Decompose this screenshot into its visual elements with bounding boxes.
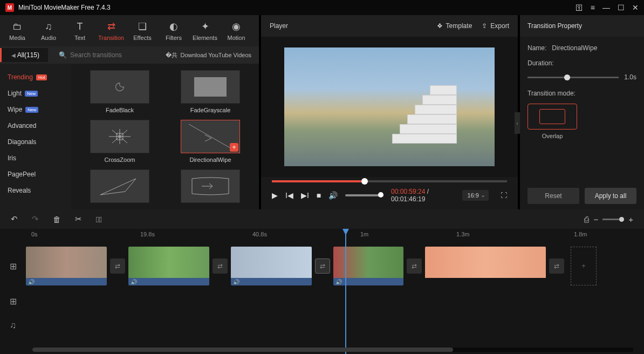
titlebar: M MiniTool MovieMaker Free 7.4.3 ⚿ ≡ — ☐…: [0, 0, 644, 15]
svg-line-8: [189, 124, 232, 149]
transition-FadeBlack[interactable]: FadeBlack: [78, 70, 162, 113]
mode-overlap-option[interactable]: [527, 104, 577, 130]
fit-timeline-button[interactable]: ⎙: [584, 215, 589, 224]
category-all[interactable]: ◀ All(115): [0, 48, 48, 62]
progress-bar[interactable]: [272, 180, 507, 182]
aspect-ratio-select[interactable]: 16:9: [462, 190, 489, 201]
prev-frame-button[interactable]: I◀: [285, 191, 293, 200]
reset-button[interactable]: Reset: [527, 188, 579, 204]
speaker-icon: 🔊: [131, 279, 137, 285]
video-track: ⊞ 🔊⇄🔊⇄🔊⇄🔊⇄⇄+: [0, 242, 644, 290]
transition-slot[interactable]: ⇄: [315, 258, 330, 274]
timeline-clip[interactable]: 🔊: [26, 247, 107, 285]
preview-area[interactable]: [261, 37, 518, 177]
name-value: DirectionalWipe: [552, 44, 597, 52]
split-button[interactable]: ✂: [75, 214, 82, 224]
tab-effects[interactable]: ❏Effects: [127, 17, 157, 44]
property-title: Transition Property: [520, 15, 644, 37]
zoom-in-button[interactable]: +: [628, 215, 633, 224]
add-transition-button[interactable]: +: [230, 143, 238, 152]
transition-FadeGrayscale[interactable]: FadeGrayscale: [168, 70, 252, 113]
transition-item-5[interactable]: [168, 169, 252, 206]
timeline: 0s19.8s40.8s1m1.3m1.8m ⊞ 🔊⇄🔊⇄🔊⇄🔊⇄⇄+ ⊞ ♫: [0, 229, 644, 354]
tab-text[interactable]: TText: [65, 17, 95, 44]
export-button[interactable]: ⇪Export: [482, 22, 509, 30]
transition-grid: FadeBlackFadeGrayscaleCrossZoom+Directio…: [71, 64, 259, 209]
collapse-property-button[interactable]: ›: [515, 112, 520, 134]
timeline-scrollbar[interactable]: [32, 348, 633, 352]
add-clip-button[interactable]: +: [571, 247, 597, 285]
tab-transition[interactable]: ⇄Transition: [96, 17, 126, 44]
download-youtube-link[interactable]: �共Download YouTube Videos: [166, 51, 259, 59]
category-trending[interactable]: TrendingHot: [0, 69, 71, 85]
category-reveals[interactable]: Reveals: [0, 182, 71, 199]
volume-slider[interactable]: [345, 194, 383, 196]
category-advanced[interactable]: Advanced: [0, 118, 71, 134]
volume-icon[interactable]: 🔊: [328, 191, 338, 200]
duration-slider[interactable]: [527, 77, 619, 78]
transition-slot[interactable]: ⇄: [213, 258, 228, 274]
zoom-slider[interactable]: [602, 219, 624, 220]
duration-label: Duration:: [527, 59, 636, 67]
tab-media[interactable]: 🗀Media: [2, 17, 32, 44]
close-button[interactable]: ✕: [632, 3, 639, 12]
player-title: Player: [270, 22, 427, 30]
transition-slot[interactable]: ⇄: [110, 258, 125, 274]
tab-elements[interactable]: ✦Elements: [190, 17, 220, 44]
transition-slot[interactable]: ⇄: [407, 258, 422, 274]
category-list: TrendingHotLightNewWipeNewAdvancedDiagon…: [0, 64, 71, 209]
speaker-icon: 🔊: [233, 279, 239, 285]
transition-CrossZoom[interactable]: CrossZoom: [78, 120, 162, 163]
stop-button[interactable]: ■: [317, 191, 321, 200]
speaker-icon: 🔊: [335, 279, 342, 285]
tab-filters[interactable]: ◐Filters: [159, 17, 189, 44]
maximize-button[interactable]: ☐: [618, 3, 625, 12]
ruler-tick: 0s: [31, 231, 38, 237]
play-button[interactable]: ▶: [272, 191, 278, 200]
timeline-clip[interactable]: 🔊: [231, 247, 312, 285]
name-label: Name:: [527, 44, 546, 52]
speaker-icon: 🔊: [28, 279, 35, 285]
ruler-tick: 1.3m: [456, 231, 469, 237]
search-input[interactable]: 🔍 Search transitions: [48, 51, 165, 59]
timeline-ruler[interactable]: 0s19.8s40.8s1m1.3m1.8m: [0, 229, 644, 242]
transition-DirectionalWipe[interactable]: +DirectionalWipe: [168, 120, 252, 163]
ruler-tick: 40.8s: [252, 231, 267, 237]
zoom-out-button[interactable]: −: [593, 215, 598, 224]
transition-item-4[interactable]: [78, 169, 162, 206]
tab-motion[interactable]: ◉Motion: [221, 17, 251, 44]
minimize-button[interactable]: —: [602, 3, 610, 12]
timeline-clip[interactable]: 🔊: [128, 247, 209, 285]
tab-audio[interactable]: ♫Audio: [33, 17, 64, 44]
transition-slot[interactable]: ⇄: [549, 258, 564, 274]
category-pagepeel[interactable]: PagePeel: [0, 166, 71, 182]
property-panel: › Transition Property Name: DirectionalW…: [520, 15, 644, 209]
category-wipe[interactable]: WipeNew: [0, 101, 71, 118]
add-track-button[interactable]: ⊞: [0, 261, 26, 271]
key-icon[interactable]: ⚿: [576, 3, 583, 12]
next-frame-button[interactable]: ▶I: [301, 191, 309, 200]
ruler-tick: 19.8s: [140, 231, 155, 237]
template-icon: ❖: [437, 22, 443, 30]
category-iris[interactable]: Iris: [0, 150, 71, 166]
music-track[interactable]: ♫: [0, 312, 644, 339]
fullscreen-button[interactable]: ⛶: [501, 192, 507, 199]
crop-button[interactable]: ✂⃞: [96, 215, 102, 224]
ruler-tick: 1.8m: [574, 231, 587, 237]
template-button[interactable]: ❖Template: [437, 22, 472, 30]
timeline-clip[interactable]: [425, 247, 546, 285]
redo-button[interactable]: ↷: [32, 214, 39, 224]
undo-button[interactable]: ↶: [11, 214, 18, 224]
delete-button[interactable]: 🗑: [53, 215, 61, 224]
app-title: MiniTool MovieMaker Free 7.4.3: [18, 4, 576, 11]
category-light[interactable]: LightNew: [0, 85, 71, 101]
app-logo-icon: M: [5, 3, 14, 12]
time-display: 00:00:59:24 / 00:01:46:19: [391, 188, 449, 203]
mode-label: Transition mode:: [527, 90, 636, 97]
main-toolbar: 🗀Media ♫Audio TText ⇄Transition ❏Effects…: [0, 15, 259, 46]
playhead[interactable]: [345, 229, 346, 354]
category-diagonals[interactable]: Diagonals: [0, 134, 71, 150]
timeline-clip[interactable]: 🔊: [333, 247, 403, 285]
apply-all-button[interactable]: Apply to all: [585, 188, 636, 204]
menu-icon[interactable]: ≡: [591, 3, 595, 12]
